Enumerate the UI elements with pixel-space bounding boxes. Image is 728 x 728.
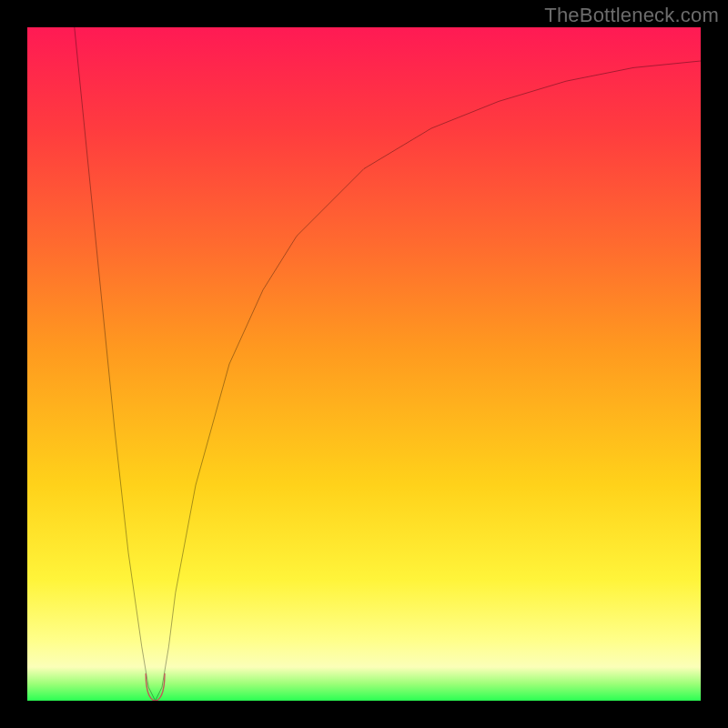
watermark-text: TheBottleneck.com <box>544 4 719 27</box>
chart-frame: TheBottleneck.com <box>0 0 728 728</box>
bottleneck-curve <box>75 27 701 701</box>
plot-area <box>27 27 701 701</box>
curve-layer <box>27 27 701 701</box>
